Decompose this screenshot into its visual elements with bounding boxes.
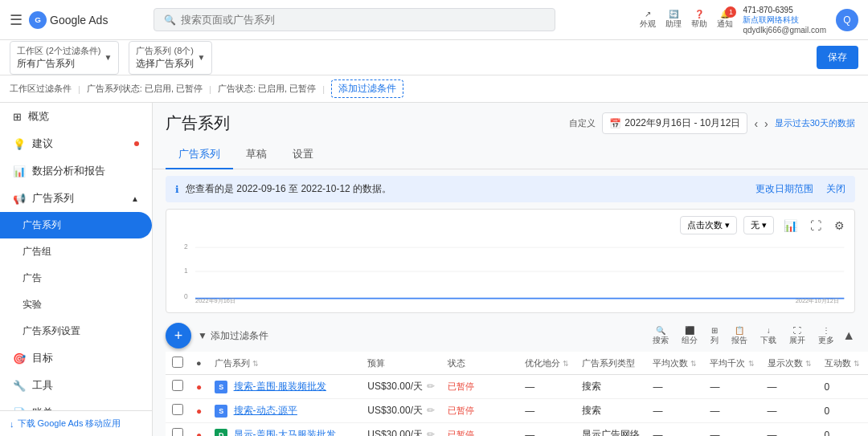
sidebar-item-campaign-settings[interactable]: 广告系列设置 [0, 318, 152, 344]
sort-cpm-icon[interactable]: ⇅ [748, 360, 755, 368]
col-avg-cpm[interactable]: 平均千次 ⇅ [703, 352, 760, 375]
sort-impressions-icon[interactable]: ⇅ [805, 360, 812, 368]
sidebar-item-ad-groups[interactable]: 广告组 [0, 238, 152, 265]
cell-checkbox [166, 399, 190, 423]
menu-icon[interactable]: ☰ [10, 11, 23, 29]
ad-status-filter-label: 广告状态: 已启用, 已暂停 [218, 83, 316, 95]
table-download-btn[interactable]: ↓ 下载 [755, 324, 781, 348]
col-impressions[interactable]: 显示次数 ⇅ [761, 352, 818, 375]
col-name[interactable]: 广告系列 ⇅ [208, 352, 361, 375]
date-next-icon[interactable]: › [764, 117, 768, 130]
save-button[interactable]: 保存 [817, 46, 858, 69]
notification-icon-btn[interactable]: 🔔 1 通知 [717, 10, 733, 30]
tab-campaigns[interactable]: 广告系列 [166, 141, 233, 169]
cell-optimize: — [518, 399, 575, 423]
sidebar-item-experiments[interactable]: 实验 [0, 291, 152, 318]
table-search-btn[interactable]: 🔍 搜索 [648, 324, 674, 348]
campaign-name-link[interactable]: 显示-盖围·大马服装批发 [234, 429, 336, 436]
sidebar-item-campaigns-header[interactable]: 📢 广告系列 ▲ [0, 185, 152, 212]
info-link2[interactable]: 关闭 [826, 182, 845, 196]
col-budget[interactable]: 预算 [361, 352, 441, 375]
add-filter-button[interactable]: 添加过滤条件 [331, 79, 403, 98]
sort-optimize-icon[interactable]: ⇅ [563, 360, 569, 368]
table-columns-btn[interactable]: ⊞ 列 [706, 324, 723, 348]
row-checkbox[interactable] [172, 404, 183, 415]
help-icon-btn[interactable]: ❓ 帮助 [691, 10, 707, 30]
table-collapse-btn[interactable]: ▲ [842, 328, 855, 343]
table-report-btn[interactable]: 📋 报告 [727, 324, 752, 348]
search-input[interactable] [181, 14, 545, 26]
content-header: 广告系列 自定义 📅 2022年9月16日 - 10月12日 ‹ › 显示过去3… [153, 103, 868, 141]
status-dot-icon: ● [196, 381, 202, 393]
date-link[interactable]: 显示过去30天的数据 [775, 117, 855, 129]
chart-metric-btn[interactable]: 点击次数 ▾ [680, 216, 737, 234]
date-prev-icon[interactable]: ‹ [754, 117, 758, 130]
col-avg-cpc[interactable]: 平均次数 ⇅ [646, 352, 703, 375]
svg-text:G: G [35, 15, 41, 24]
sidebar-item-tools[interactable]: 🔧 工具 [0, 372, 152, 399]
sidebar-item-overview[interactable]: ⊞ 概览 [0, 103, 152, 130]
expand-label: 展开 [789, 335, 805, 346]
cell-type: 显示广告网络 [575, 423, 646, 437]
sidebar-item-campaigns-list[interactable]: 广告系列 [0, 212, 152, 238]
sidebar-item-analytics[interactable]: 📊 数据分析和报告 [0, 157, 152, 185]
columns-icon: ⊞ [711, 326, 718, 335]
campaign-selector[interactable]: 广告系列 (8个) 选择广告系列 ▼ [129, 41, 212, 75]
search-box[interactable]: 🔍 [154, 8, 555, 31]
col-optimize[interactable]: 优化地分 ⇅ [518, 352, 575, 375]
workspace-filter-label: 工作区过滤条件 [10, 83, 72, 95]
edit-budget-icon[interactable]: ✏ [427, 381, 435, 392]
user-avatar[interactable]: Q [836, 9, 858, 31]
sort-cpc-icon[interactable]: ⇅ [690, 360, 697, 368]
download-app-bar[interactable]: ↓ 下载 Google Ads 移动应用 [0, 410, 153, 436]
date-picker[interactable]: 📅 2022年9月16日 - 10月12日 [602, 112, 747, 134]
table-expand-btn[interactable]: ⛶ 展开 [784, 324, 810, 348]
filter-divider3: | [322, 84, 325, 94]
select-all-checkbox[interactable] [172, 357, 183, 368]
sidebar-item-goals[interactable]: 🎯 目标 [0, 344, 152, 372]
refresh-icon-btn[interactable]: 🔄 助理 [665, 10, 682, 30]
col-status[interactable]: 状态 [441, 352, 518, 375]
status-dot-icon: ● [196, 405, 202, 417]
cell-avg-cpc: — [646, 399, 703, 423]
avg-cpc-value: — [653, 381, 662, 393]
filter-bar: 工作区过滤条件 | 广告系列状态: 已启用, 已暂停 | 广告状态: 已启用, … [0, 75, 868, 103]
edit-budget-icon[interactable]: ✏ [427, 405, 435, 416]
sidebar: ⊞ 概览 💡 建议 📊 数据分析和报告 📢 广告系列 ▲ 广告系列 广告组 广告… [0, 103, 153, 436]
tab-drafts[interactable]: 草稿 [233, 141, 280, 169]
sidebar-item-suggestions[interactable]: 💡 建议 [0, 130, 152, 157]
info-link1[interactable]: 更改日期范围 [755, 182, 813, 196]
edit-budget-icon[interactable]: ✏ [427, 429, 435, 436]
tab-settings[interactable]: 设置 [280, 141, 326, 169]
sidebar-item-ads[interactable]: 广告 [0, 265, 152, 291]
chart-expand-icon[interactable]: ⛶ [807, 218, 825, 234]
external-icon-btn[interactable]: ↗ 外观 [640, 10, 656, 30]
table-segment-btn[interactable]: ⬛ 组分 [677, 324, 702, 348]
budget-value: US$30.00/天 [367, 405, 423, 416]
row-checkbox[interactable] [172, 428, 183, 436]
cell-type: 搜索 [575, 375, 646, 399]
col-type[interactable]: 广告系列类型 [575, 352, 646, 375]
download-icon2: ↓ [767, 326, 771, 335]
type-value: 搜索 [582, 381, 601, 392]
campaign-name-link[interactable]: 搜索-盖围·服装频批发 [234, 381, 326, 392]
col-interactions[interactable]: 互动数 ⇅ [818, 352, 866, 375]
type-value: 显示广告网络 [582, 429, 640, 436]
table-row: ● S 搜索-动态·源平 US$30.00/天 ✏ 已暂停 — 搜索 — — —… [166, 399, 868, 423]
chart-type-icon[interactable]: 📊 [780, 218, 800, 234]
table-right-controls: 🔍 搜索 ⬛ 组分 ⊞ 列 📋 报告 ↓ 下载 [648, 324, 855, 348]
row-checkbox[interactable] [172, 380, 183, 391]
workspace-selector[interactable]: 工作区 (2个过滤条件) 所有广告系列 ▼ [10, 41, 119, 75]
help-icon: ❓ [694, 10, 704, 18]
sort-name-icon[interactable]: ⇅ [252, 360, 259, 368]
table-more-btn[interactable]: ⋮ 更多 [813, 324, 839, 348]
add-campaign-button[interactable]: + [166, 323, 191, 348]
budget-value: US$30.00/天 [367, 381, 423, 392]
campaign-name-link[interactable]: 搜索-动态·源平 [234, 405, 297, 416]
add-filter-table-btn[interactable]: ▼ 添加过滤条件 [198, 329, 268, 343]
goals-label: 目标 [32, 351, 53, 365]
avg-cpc-value: — [653, 405, 662, 417]
sort-interactions-icon[interactable]: ⇅ [854, 360, 860, 368]
chart-filter-icon[interactable]: ⚙ [831, 218, 848, 234]
chart-compare-btn[interactable]: 无 ▾ [743, 216, 774, 234]
